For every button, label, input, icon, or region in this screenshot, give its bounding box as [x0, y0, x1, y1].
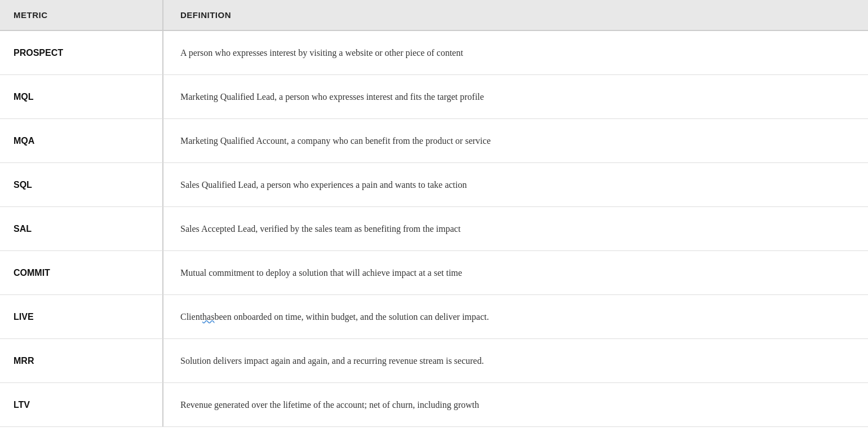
table-row: COMMITMutual commitment to deploy a solu… [0, 251, 868, 295]
metric-cell: SQL [0, 163, 163, 206]
metric-cell: LTV [0, 383, 163, 426]
metric-cell: SAL [0, 207, 163, 250]
definition-cell: Sales Accepted Lead, verified by the sal… [163, 207, 868, 250]
definition-text-after: been onboarded on time, within budget, a… [214, 310, 489, 324]
definition-cell: Client has been onboarded on time, withi… [163, 295, 868, 338]
table-row: MQLMarketing Qualified Lead, a person wh… [0, 75, 868, 119]
definition-cell: Revenue generated over the lifetime of t… [163, 383, 868, 426]
table-row: LTVRevenue generated over the lifetime o… [0, 383, 868, 427]
definition-column-header: DEFINITION [163, 0, 868, 30]
definition-cell: Mutual commitment to deploy a solution t… [163, 251, 868, 294]
definition-cell: Marketing Qualified Account, a company w… [163, 119, 868, 162]
definition-cell: A person who expresses interest by visit… [163, 31, 868, 74]
table-header: METRIC DEFINITION [0, 0, 868, 31]
definition-cell: Sales Qualified Lead, a person who exper… [163, 163, 868, 206]
metric-cell: COMMIT [0, 251, 163, 294]
metric-cell: LIVE [0, 295, 163, 338]
table-row: PROSPECTA person who expresses interest … [0, 31, 868, 75]
table-row: LIVEClient has been onboarded on time, w… [0, 295, 868, 339]
metric-cell: MQA [0, 119, 163, 162]
metric-cell: MRR [0, 339, 163, 382]
table-row: SALSales Accepted Lead, verified by the … [0, 207, 868, 251]
definition-cell: Marketing Qualified Lead, a person who e… [163, 75, 868, 118]
table-row: MRRSolution delivers impact again and ag… [0, 339, 868, 383]
table-row: SQLSales Qualified Lead, a person who ex… [0, 163, 868, 207]
metric-cell: PROSPECT [0, 31, 163, 74]
definition-text-before: Client [180, 310, 202, 324]
table-row: MQAMarketing Qualified Account, a compan… [0, 119, 868, 163]
metric-column-header: METRIC [0, 0, 163, 30]
spell-checked-word: has [202, 310, 214, 324]
definition-cell: Solution delivers impact again and again… [163, 339, 868, 382]
metric-cell: MQL [0, 75, 163, 118]
table-body: PROSPECTA person who expresses interest … [0, 31, 868, 427]
metrics-table: METRIC DEFINITION PROSPECTA person who e… [0, 0, 868, 427]
